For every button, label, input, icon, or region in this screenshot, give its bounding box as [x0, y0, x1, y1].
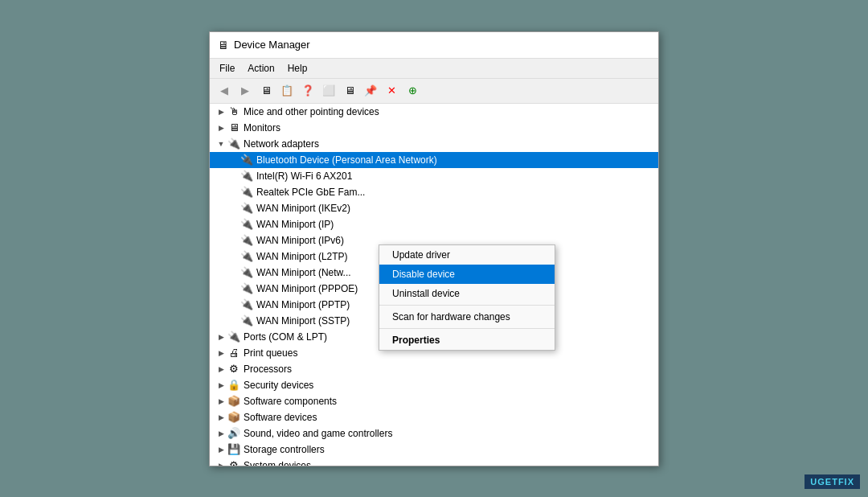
- icon-wan-netw: 🔌: [240, 266, 253, 279]
- expander-ports[interactable]: ▶: [215, 331, 227, 343]
- icon-security: 🔒: [227, 379, 240, 392]
- tree-item-sound[interactable]: ▶ 🔊 Sound, video and game controllers: [210, 425, 658, 442]
- tree-item-storage[interactable]: ▶ 💾 Storage controllers: [210, 442, 658, 458]
- label-wan-ikev2: WAN Miniport (IKEv2): [256, 203, 350, 214]
- icon-wan-ikev2: 🔌: [240, 202, 253, 215]
- toolbar-list[interactable]: 📋: [277, 82, 297, 100]
- expander-realtek: [227, 186, 240, 199]
- toolbar-help[interactable]: ❓: [298, 82, 317, 100]
- tree-item-mice[interactable]: ▶ 🖱 Mice and other pointing devices: [210, 104, 658, 120]
- expander-storage[interactable]: ▶: [215, 443, 227, 456]
- tree-item-monitors[interactable]: ▶ 🖥 Monitors: [210, 120, 658, 136]
- label-monitors: Monitors: [244, 122, 280, 133]
- icon-wan-pppoe: 🔌: [240, 282, 253, 295]
- icon-bluetooth: 🔌: [240, 154, 253, 166]
- expander-wan-ikev2: [227, 202, 240, 215]
- expander-wan-pptp: [227, 298, 240, 311]
- label-processors: Processors: [244, 364, 292, 375]
- expander-wan-ipv6: [227, 234, 240, 247]
- expander-wan-sstp: [227, 314, 240, 327]
- menu-action[interactable]: Action: [241, 60, 280, 76]
- expander-monitors[interactable]: ▶: [215, 121, 227, 134]
- ctx-disable-device[interactable]: Disable device: [379, 265, 555, 284]
- icon-intel: 🔌: [240, 170, 253, 183]
- icon-sw-components: 📦: [227, 395, 240, 408]
- label-ports: Ports (COM & LPT): [244, 331, 327, 343]
- expander-wan-l2tp: [227, 250, 240, 263]
- expander-mice[interactable]: ▶: [215, 105, 227, 118]
- device-manager-window: 🖥 Device Manager File Action Help ◀ ▶ 🖥 …: [209, 31, 659, 466]
- expander-sw-devices[interactable]: ▶: [215, 411, 227, 424]
- ctx-sep-2: [379, 328, 555, 329]
- ctx-update-driver[interactable]: Update driver: [379, 245, 555, 265]
- icon-realtek: 🔌: [240, 186, 253, 199]
- label-security: Security devices: [244, 380, 313, 391]
- ctx-uninstall-device[interactable]: Uninstall device: [379, 284, 555, 303]
- label-sound: Sound, video and game controllers: [244, 428, 392, 439]
- tree-item-network-adapters[interactable]: ▼ 🔌 Network adapters: [210, 136, 658, 152]
- tree-item-system[interactable]: ▶ ⚙ System devices: [210, 458, 658, 466]
- label-system: System devices: [244, 460, 311, 466]
- label-wan-l2tp: WAN Miniport (L2TP): [256, 251, 348, 262]
- label-realtek: Realtek PCIe GbE Fam...: [256, 187, 365, 198]
- tree-item-sw-devices[interactable]: ▶ 📦 Software devices: [210, 409, 658, 425]
- toolbar-forward[interactable]: ▶: [235, 82, 255, 100]
- window-icon: 🖥: [218, 39, 229, 51]
- label-wan-pptp: WAN Miniport (PPTP): [256, 299, 350, 310]
- expander-sw-components[interactable]: ▶: [215, 395, 227, 408]
- tree-item-sw-components[interactable]: ▶ 📦 Software components: [210, 393, 658, 409]
- label-mice: Mice and other pointing devices: [244, 106, 379, 117]
- expander-system[interactable]: ▶: [215, 459, 227, 466]
- toolbar-update[interactable]: 📌: [361, 82, 380, 100]
- ctx-properties[interactable]: Properties: [379, 331, 555, 350]
- expander-wan-pppoe: [227, 282, 240, 295]
- label-wan-pppoe: WAN Miniport (PPPOE): [256, 283, 358, 294]
- ctx-scan-hardware[interactable]: Scan for hardware changes: [379, 307, 555, 327]
- tree-item-intel-wifi[interactable]: 🔌 Intel(R) Wi-Fi 6 AX201: [210, 168, 658, 184]
- toolbar-scan[interactable]: ⊕: [403, 82, 422, 100]
- tree-item-processors[interactable]: ▶ ⚙ Processors: [210, 361, 658, 377]
- icon-print: 🖨: [227, 347, 240, 359]
- icon-wan-ipv6: 🔌: [240, 234, 253, 247]
- expander-wan-ip: [227, 218, 240, 231]
- expander-network[interactable]: ▼: [215, 138, 227, 150]
- icon-network: 🔌: [227, 138, 240, 150]
- expander-print[interactable]: ▶: [215, 347, 227, 359]
- window-title: Device Manager: [234, 39, 310, 51]
- watermark: UGETFIX: [805, 474, 860, 489]
- label-wan-netw: WAN Miniport (Netw...: [256, 267, 351, 278]
- icon-wan-l2tp: 🔌: [240, 250, 253, 263]
- icon-mice: 🖱: [227, 105, 240, 118]
- label-wan-sstp: WAN Miniport (SSTP): [256, 315, 350, 327]
- tree-item-bluetooth[interactable]: 🔌 Bluetooth Device (Personal Area Networ…: [210, 152, 658, 168]
- device-tree[interactable]: ▶ 🖱 Mice and other pointing devices ▶ 🖥 …: [210, 104, 658, 466]
- label-wan-ipv6: WAN Miniport (IPv6): [256, 235, 344, 246]
- expander-bluetooth: [227, 154, 240, 166]
- toolbar-back[interactable]: ◀: [215, 82, 234, 100]
- expander-security[interactable]: ▶: [215, 379, 227, 392]
- icon-system: ⚙: [227, 459, 240, 466]
- label-network: Network adapters: [244, 138, 319, 150]
- icon-wan-sstp: 🔌: [240, 314, 253, 327]
- icon-wan-ip: 🔌: [240, 218, 253, 231]
- tree-item-realtek[interactable]: 🔌 Realtek PCIe GbE Fam...: [210, 184, 658, 200]
- label-print: Print queues: [244, 347, 297, 359]
- label-wan-ip: WAN Miniport (IP): [256, 219, 334, 230]
- icon-storage: 💾: [227, 443, 240, 456]
- expander-wan-netw: [227, 266, 240, 279]
- toolbar-uninstall[interactable]: ✕: [382, 82, 401, 100]
- label-intel: Intel(R) Wi-Fi 6 AX201: [256, 170, 352, 182]
- icon-wan-pptp: 🔌: [240, 298, 253, 311]
- label-sw-devices: Software devices: [244, 412, 317, 423]
- expander-processors[interactable]: ▶: [215, 363, 227, 376]
- expander-sound[interactable]: ▶: [215, 427, 227, 440]
- menu-file[interactable]: File: [213, 60, 241, 76]
- toolbar-monitor[interactable]: 🖥: [340, 82, 359, 100]
- toolbar-computer[interactable]: 🖥: [256, 82, 276, 100]
- menu-help[interactable]: Help: [281, 60, 314, 76]
- tree-item-wan-ikev2[interactable]: 🔌 WAN Miniport (IKEv2): [210, 200, 658, 216]
- tree-item-wan-ip[interactable]: 🔌 WAN Miniport (IP): [210, 216, 658, 232]
- toolbar-resources[interactable]: ⬜: [319, 82, 338, 100]
- tree-item-security[interactable]: ▶ 🔒 Security devices: [210, 377, 658, 393]
- toolbar: ◀ ▶ 🖥 📋 ❓ ⬜ 🖥 📌 ✕ ⊕: [210, 79, 658, 104]
